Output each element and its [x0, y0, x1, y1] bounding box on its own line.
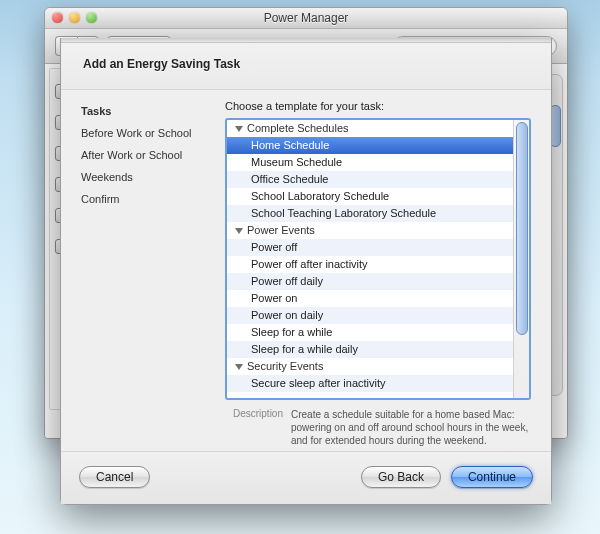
template-item-label: Office Schedule: [251, 171, 328, 188]
template-item-label: Power off after inactivity: [251, 256, 368, 273]
template-item[interactable]: Museum Schedule: [227, 154, 513, 171]
sheet-title: Add an Energy Saving Task: [61, 43, 551, 90]
description-row: Description Create a schedule suitable f…: [225, 400, 531, 447]
template-group-label: Power Events: [247, 222, 315, 239]
template-item[interactable]: School Laboratory Schedule: [227, 188, 513, 205]
window-titlebar[interactable]: Power Manager: [45, 8, 567, 29]
template-item-label: Museum Schedule: [251, 154, 342, 171]
template-item-label: Power on: [251, 290, 297, 307]
template-item[interactable]: Power on daily: [227, 307, 513, 324]
template-item-label: Sleep for a while daily: [251, 341, 358, 358]
description-label: Description: [225, 408, 283, 447]
go-back-button[interactable]: Go Back: [361, 466, 441, 488]
cancel-button[interactable]: Cancel: [79, 466, 150, 488]
template-item-label: Power on daily: [251, 307, 323, 324]
template-item-label: School Teaching Laboratory Schedule: [251, 205, 436, 222]
template-item[interactable]: Sleep for a while: [227, 324, 513, 341]
disclosure-triangle-icon[interactable]: [235, 126, 243, 132]
description-text: Create a schedule suitable for a home ba…: [291, 408, 531, 447]
list-scrollbar[interactable]: [513, 120, 529, 398]
continue-button[interactable]: Continue: [451, 466, 533, 488]
disclosure-triangle-icon[interactable]: [235, 364, 243, 370]
list-scrollbar-thumb[interactable]: [516, 122, 528, 335]
steps-heading: Tasks: [81, 100, 209, 122]
task-sheet: Add an Energy Saving Task Tasks Before W…: [60, 38, 552, 505]
template-item-label: Sleep for a while: [251, 324, 332, 341]
template-item[interactable]: Sleep for a while daily: [227, 341, 513, 358]
sheet-buttons: Cancel Go Back Continue: [61, 451, 551, 504]
template-item[interactable]: Office Schedule: [227, 171, 513, 188]
template-group[interactable]: Power Events: [227, 222, 513, 239]
traffic-lights: [52, 12, 97, 23]
wizard-steps: Tasks Before Work or School After Work o…: [81, 100, 209, 447]
list-label: Choose a template for your task:: [225, 100, 531, 112]
template-item[interactable]: School Teaching Laboratory Schedule: [227, 205, 513, 222]
template-item-label: Power off daily: [251, 273, 323, 290]
template-group-label: Security Events: [247, 358, 323, 375]
template-item[interactable]: Power off after inactivity: [227, 256, 513, 273]
template-item[interactable]: Secure sleep after inactivity: [227, 375, 513, 392]
wizard-step[interactable]: After Work or School: [81, 144, 209, 166]
disclosure-triangle-icon[interactable]: [235, 228, 243, 234]
window-title: Power Manager: [45, 11, 567, 25]
template-item[interactable]: Power off daily: [227, 273, 513, 290]
template-listbox[interactable]: Complete SchedulesHome ScheduleMuseum Sc…: [225, 118, 531, 400]
wizard-step[interactable]: Confirm: [81, 188, 209, 210]
template-item[interactable]: Home Schedule: [227, 137, 513, 154]
template-item-label: Secure sleep after inactivity: [251, 375, 386, 392]
minimize-icon[interactable]: [69, 12, 80, 23]
wizard-step[interactable]: Weekends: [81, 166, 209, 188]
template-item-label: Power off: [251, 239, 297, 256]
template-item-label: Home Schedule: [251, 137, 329, 154]
zoom-icon[interactable]: [86, 12, 97, 23]
template-group[interactable]: Complete Schedules: [227, 120, 513, 137]
template-group[interactable]: Security Events: [227, 358, 513, 375]
template-item[interactable]: Power on: [227, 290, 513, 307]
template-item[interactable]: Power off: [227, 239, 513, 256]
wizard-step[interactable]: Before Work or School: [81, 122, 209, 144]
template-item-label: School Laboratory Schedule: [251, 188, 389, 205]
close-icon[interactable]: [52, 12, 63, 23]
template-group-label: Complete Schedules: [247, 120, 349, 137]
